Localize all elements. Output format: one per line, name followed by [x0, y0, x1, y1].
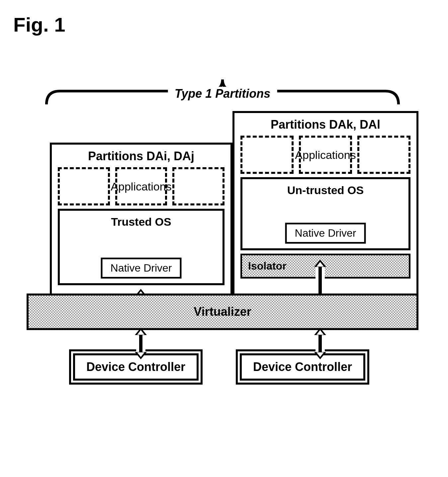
isolator-label: Isolator	[248, 260, 287, 272]
bracket-label: Type 1 Partitions	[168, 87, 277, 101]
bracket: Type 1 Partitions	[40, 76, 405, 106]
partition-right-title: Partitions DAk, DAl	[240, 118, 410, 132]
app-box	[58, 167, 110, 205]
untrusted-os-box: Un-trusted OS Native Driver	[240, 177, 410, 250]
partition-right: Partitions DAk, DAl Applications Un-trus…	[232, 111, 418, 296]
partitions-row: Partitions DAi, DAj Applications Trusted…	[27, 109, 418, 296]
controllers-row: Device Controller Device Controller	[27, 353, 418, 381]
native-driver-right: Native Driver	[285, 223, 366, 244]
diagram: Type 1 Partitions Partitions DAi, DAj Ap…	[27, 76, 425, 381]
app-box	[357, 136, 410, 174]
stack: Partitions DAi, DAj Applications Trusted…	[27, 109, 418, 381]
app-box	[240, 136, 294, 174]
virtualizer-label: Virtualizer	[194, 305, 251, 319]
figure-title: Fig. 1	[13, 13, 435, 36]
app-box	[172, 167, 224, 205]
apps-label-left: Applications	[111, 180, 171, 193]
partition-left-title: Partitions DAi, DAj	[58, 149, 224, 163]
device-controller-right: Device Controller	[240, 353, 365, 381]
arrow-icon	[136, 334, 145, 353]
untrusted-os-title: Un-trusted OS	[242, 184, 408, 197]
apps-label-right: Applications	[295, 148, 356, 161]
arrow-icon	[315, 334, 325, 353]
apps-row-right: Applications	[240, 136, 410, 174]
trusted-os-box: Trusted OS Native Driver	[58, 209, 224, 285]
virtualizer-box: Virtualizer	[27, 294, 418, 330]
partition-left: Partitions DAi, DAj Applications Trusted…	[50, 143, 232, 296]
trusted-os-title: Trusted OS	[60, 215, 223, 228]
native-driver-left: Native Driver	[101, 258, 182, 279]
apps-row-left: Applications	[58, 167, 224, 205]
